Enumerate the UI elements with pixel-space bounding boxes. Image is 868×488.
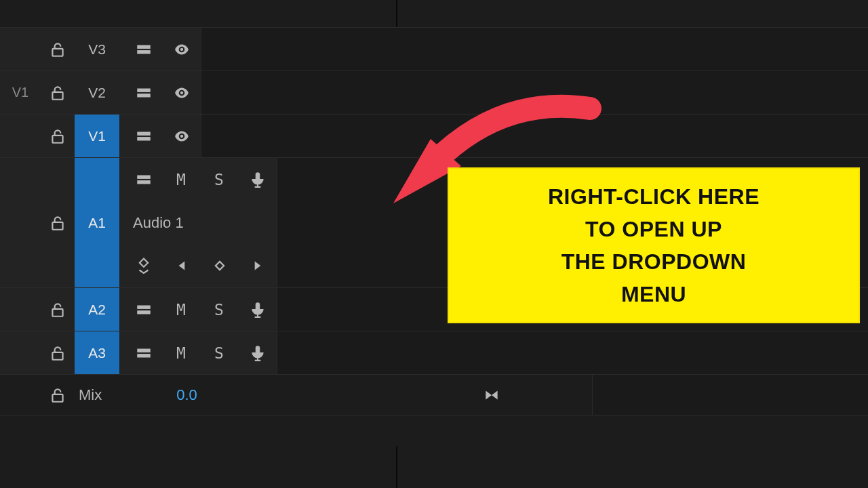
track-target-toggle[interactable]: A2: [75, 288, 119, 331]
svg-rect-10: [137, 137, 151, 140]
unlock-icon: [49, 214, 66, 232]
video-track-row[interactable]: V1: [0, 114, 868, 157]
track-lock-toggle[interactable]: [41, 386, 75, 404]
microphone-icon: [249, 344, 267, 362]
keyframe-mode-button[interactable]: [125, 244, 163, 287]
mute-toggle[interactable]: M: [163, 331, 201, 374]
audio-track-controls: M S: [119, 288, 277, 331]
solo-toggle[interactable]: S: [201, 331, 239, 374]
track-target-toggle[interactable]: A1: [75, 158, 119, 287]
timeline-content-area[interactable]: [277, 331, 868, 374]
sync-lock-toggle[interactable]: [125, 288, 163, 331]
timeline-content-area[interactable]: [201, 115, 868, 157]
filmstrip-icon: [135, 344, 153, 362]
sync-lock-toggle[interactable]: [125, 71, 163, 114]
timeline-content-area[interactable]: [201, 71, 868, 114]
track-lock-toggle[interactable]: [41, 214, 75, 232]
svg-rect-0: [52, 48, 62, 56]
callout-text-line: THE DROPDOWN: [561, 245, 747, 278]
svg-rect-13: [137, 175, 151, 178]
prev-keyframe-button[interactable]: [163, 244, 201, 287]
solo-toggle[interactable]: S: [201, 158, 239, 201]
svg-rect-8: [52, 135, 62, 142]
voiceover-record-toggle[interactable]: [239, 288, 277, 331]
eye-icon: [173, 41, 191, 58]
sync-lock-toggle[interactable]: [125, 158, 163, 201]
mute-toggle[interactable]: M: [163, 288, 201, 331]
microphone-icon: [249, 301, 267, 319]
unlock-icon: [49, 127, 66, 145]
diamond-outline-icon: [211, 257, 229, 274]
svg-rect-5: [137, 88, 151, 92]
annotation-callout: RIGHT-CLICK HERE TO OPEN UP THE DROPDOWN…: [448, 167, 860, 323]
unlock-icon: [49, 41, 66, 58]
track-target-toggle[interactable]: V1: [75, 115, 119, 157]
track-visibility-toggle[interactable]: [163, 71, 201, 114]
svg-rect-19: [137, 305, 151, 308]
callout-text-line: RIGHT-CLICK HERE: [548, 180, 760, 213]
filmstrip-icon: [135, 301, 153, 319]
timeline-content-area[interactable]: [201, 28, 868, 70]
voiceover-record-toggle[interactable]: [239, 331, 277, 374]
track-lock-toggle[interactable]: [41, 301, 75, 319]
add-keyframe-button[interactable]: [201, 244, 239, 287]
svg-rect-16: [140, 259, 148, 267]
next-keyframe-button[interactable]: [239, 244, 277, 287]
source-patch-v1[interactable]: V1: [0, 85, 41, 100]
timeline-content-area[interactable]: [592, 375, 868, 415]
track-lock-toggle[interactable]: [41, 41, 75, 58]
audio-track-row[interactable]: A3 M S: [0, 331, 868, 374]
unlock-icon: [49, 301, 66, 319]
track-visibility-toggle[interactable]: [163, 28, 201, 70]
track-target-toggle[interactable]: V2: [75, 71, 119, 114]
svg-point-3: [180, 47, 183, 50]
track-visibility-toggle[interactable]: [163, 115, 201, 157]
triangle-left-icon: [173, 257, 191, 274]
callout-text-line: MENU: [621, 278, 686, 310]
video-track-row[interactable]: V3: [0, 27, 868, 70]
video-track-row[interactable]: V1 V2: [0, 70, 868, 114]
timeline-track-header-panel: V3 V1 V2: [0, 0, 868, 488]
voiceover-record-toggle[interactable]: [239, 158, 277, 201]
mix-track-row[interactable]: Mix 0.0: [0, 374, 868, 415]
track-target-toggle[interactable]: A3: [75, 331, 119, 374]
sync-lock-toggle[interactable]: [125, 331, 163, 374]
unlock-icon: [49, 386, 66, 404]
unlock-icon: [49, 84, 66, 102]
track-target-toggle[interactable]: V3: [75, 28, 119, 70]
track-lock-toggle[interactable]: [41, 344, 75, 362]
audio-track-controls: M S: [119, 331, 277, 374]
svg-rect-2: [137, 50, 151, 54]
filmstrip-icon: [135, 171, 153, 188]
solo-toggle[interactable]: S: [201, 288, 239, 331]
eye-icon: [173, 127, 191, 145]
svg-rect-17: [216, 262, 224, 270]
svg-rect-14: [137, 180, 151, 184]
svg-rect-24: [137, 354, 151, 357]
track-lock-toggle[interactable]: [41, 84, 75, 102]
keyframe-controls: [119, 244, 277, 287]
svg-rect-12: [52, 222, 62, 229]
bowtie-icon: [483, 386, 500, 404]
audio-track-controls: M S: [119, 158, 277, 201]
track-lock-toggle[interactable]: [41, 127, 75, 145]
filmstrip-icon: [135, 84, 153, 102]
triangle-right-icon: [249, 257, 267, 274]
mix-volume-value[interactable]: 0.0: [102, 386, 197, 404]
unlock-icon: [49, 344, 66, 362]
audio-track-name[interactable]: Audio 1: [125, 214, 184, 232]
filmstrip-icon: [135, 127, 153, 145]
svg-rect-22: [52, 352, 62, 359]
svg-rect-1: [137, 45, 151, 48]
sync-lock-toggle[interactable]: [125, 28, 163, 70]
svg-rect-9: [137, 131, 151, 135]
svg-rect-20: [137, 310, 151, 314]
sync-lock-toggle[interactable]: [125, 115, 163, 157]
svg-rect-26: [52, 394, 62, 401]
bottom-spacer: [0, 415, 868, 446]
mix-track-label: Mix: [75, 386, 102, 404]
mute-toggle[interactable]: M: [163, 158, 201, 201]
svg-rect-18: [52, 308, 62, 316]
eye-icon: [173, 84, 191, 102]
mix-output-button[interactable]: [473, 375, 511, 415]
